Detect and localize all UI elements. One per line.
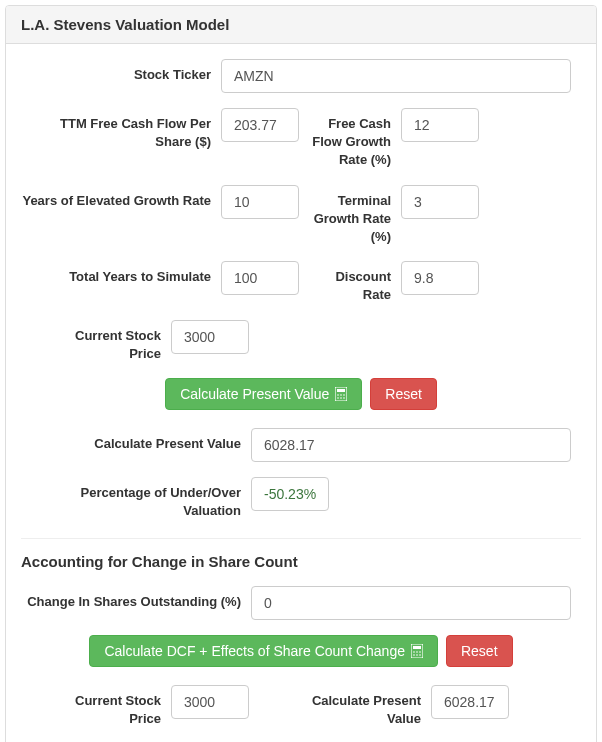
row-years: Years of Elevated Growth Rate Terminal G… [21, 185, 581, 247]
row-pct-valuation: Percentage of Under/Over Valuation -50.2… [21, 477, 581, 520]
label-terminal-growth: Terminal Growth Rate (%) [301, 185, 401, 247]
svg-point-4 [343, 394, 345, 396]
svg-point-6 [340, 397, 342, 399]
label-pv-2: Calculate Present Value [301, 685, 431, 728]
calculate-pv-button-label: Calculate Present Value [180, 387, 329, 401]
button-row-2: Calculate DCF + Effects of Share Count C… [21, 635, 581, 667]
row-change-shares: Change In Shares Outstanding (%) [21, 586, 581, 620]
reset-button-2[interactable]: Reset [446, 635, 513, 667]
valuation-panel: L.A. Stevens Valuation Model Stock Ticke… [5, 5, 597, 742]
label-years-elevated: Years of Elevated Growth Rate [21, 185, 221, 210]
row-pv-output: Calculate Present Value 6028.17 [21, 428, 581, 462]
row-price-pv2: Current Stock Price 3000 Calculate Prese… [21, 685, 581, 728]
label-change-shares: Change In Shares Outstanding (%) [21, 586, 251, 611]
svg-point-15 [419, 654, 421, 656]
label-pct-valuation: Percentage of Under/Over Valuation [21, 477, 251, 520]
calculate-pv-button[interactable]: Calculate Present Value [165, 378, 362, 410]
svg-point-14 [416, 654, 418, 656]
label-total-years: Total Years to Simulate [21, 261, 221, 286]
total-years-input[interactable] [221, 261, 299, 295]
current-price-input[interactable] [171, 320, 249, 354]
discount-rate-input[interactable] [401, 261, 479, 295]
ticker-input[interactable] [221, 59, 571, 93]
reset-button-2-label: Reset [461, 644, 498, 658]
calculator-icon-2 [411, 644, 423, 658]
label-discount-rate: Discount Rate [301, 261, 401, 304]
change-shares-input[interactable] [251, 586, 571, 620]
calculate-dcf-button[interactable]: Calculate DCF + Effects of Share Count C… [89, 635, 438, 667]
svg-rect-9 [413, 646, 421, 649]
label-ttm-fcf: TTM Free Cash Flow Per Share ($) [21, 108, 221, 151]
panel-title: L.A. Stevens Valuation Model [6, 6, 596, 44]
svg-point-13 [413, 654, 415, 656]
svg-point-7 [343, 397, 345, 399]
svg-point-2 [337, 394, 339, 396]
pct-valuation-output: -50.23% [251, 477, 329, 511]
svg-point-10 [413, 651, 415, 653]
calculator-icon [335, 387, 347, 401]
svg-point-3 [340, 394, 342, 396]
label-current-price-2: Current Stock Price [21, 685, 171, 728]
label-current-price: Current Stock Price [21, 320, 171, 363]
row-total-years: Total Years to Simulate Discount Rate [21, 261, 581, 304]
fcf-growth-input[interactable] [401, 108, 479, 142]
current-price-output-2: 3000 [171, 685, 249, 719]
reset-button-1-label: Reset [385, 387, 422, 401]
label-fcf-growth: Free Cash Flow Growth Rate (%) [301, 108, 401, 170]
row-current-price: Current Stock Price [21, 320, 581, 363]
panel-body: Stock Ticker TTM Free Cash Flow Per Shar… [6, 44, 596, 742]
svg-point-5 [337, 397, 339, 399]
pv-output: 6028.17 [251, 428, 571, 462]
svg-rect-1 [337, 389, 345, 392]
label-ticker: Stock Ticker [21, 59, 221, 84]
button-row-1: Calculate Present Value Reset [21, 378, 581, 410]
terminal-growth-input[interactable] [401, 185, 479, 219]
row-ticker: Stock Ticker [21, 59, 581, 93]
svg-point-11 [416, 651, 418, 653]
pv-output-2: 6028.17 [431, 685, 509, 719]
ttm-fcf-input[interactable] [221, 108, 299, 142]
row-fcf: TTM Free Cash Flow Per Share ($) Free Ca… [21, 108, 581, 170]
calculate-dcf-button-label: Calculate DCF + Effects of Share Count C… [104, 644, 405, 658]
svg-point-12 [419, 651, 421, 653]
share-count-heading: Accounting for Change in Share Count [21, 553, 581, 570]
years-elevated-input[interactable] [221, 185, 299, 219]
divider [21, 538, 581, 539]
reset-button-1[interactable]: Reset [370, 378, 437, 410]
label-pv-output: Calculate Present Value [21, 428, 251, 453]
